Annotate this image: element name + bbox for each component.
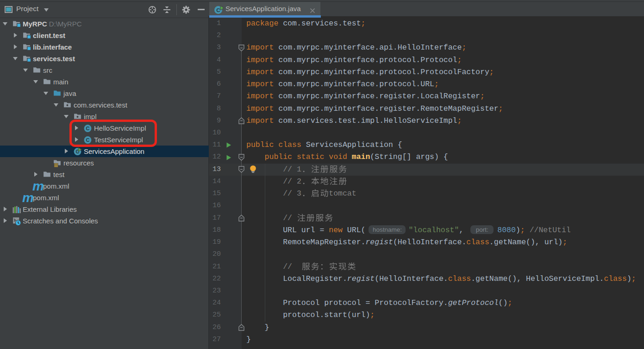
svg-text:C: C	[216, 7, 220, 13]
